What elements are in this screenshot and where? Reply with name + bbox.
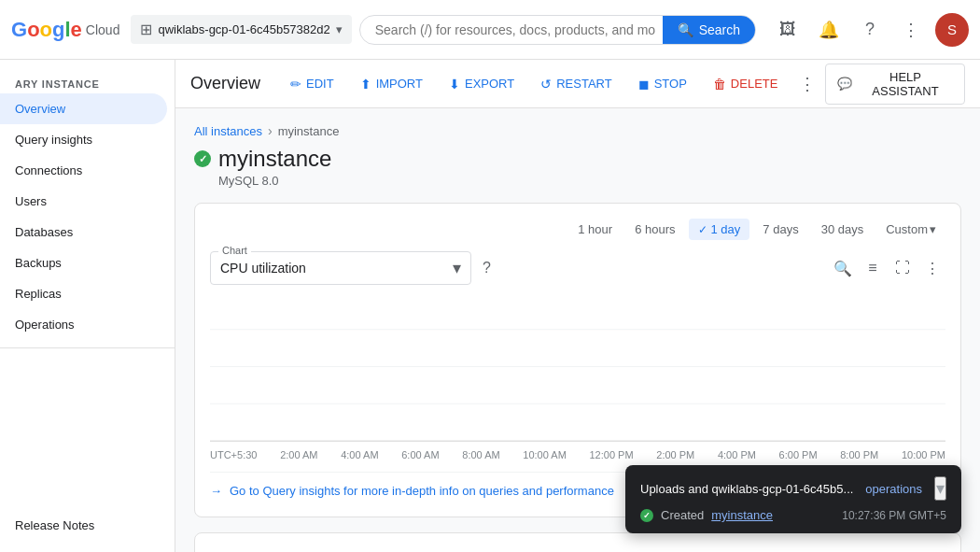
- sidebar-item-connections[interactable]: Connections: [0, 155, 167, 186]
- import-icon: ⬆: [360, 77, 371, 92]
- help-button[interactable]: ?: [853, 13, 887, 47]
- project-name: qwiklabs-gcp-01-6c45b57382d2: [158, 22, 329, 36]
- more-actions-button[interactable]: ⋮: [792, 69, 821, 99]
- help-assistant-button[interactable]: 💬 HELP ASSISTANT: [825, 64, 965, 105]
- time-1hour-button[interactable]: 1 hour: [568, 219, 622, 240]
- notification-banner: Uploads and qwiklabs-gcp-01-6c45b5... op…: [625, 465, 961, 533]
- x-label-0: UTC+5:30: [210, 449, 257, 460]
- sidebar-item-operations[interactable]: Operations: [0, 309, 167, 340]
- chart-compare-button[interactable]: ≡: [860, 255, 886, 281]
- time-custom-button[interactable]: Custom ▾: [876, 219, 945, 240]
- sidebar-item-overview[interactable]: Overview: [0, 93, 167, 124]
- search-input[interactable]: [375, 22, 655, 37]
- time-6hours-button[interactable]: 6 hours: [625, 219, 684, 240]
- export-button[interactable]: ⬇ EXPORT: [438, 71, 525, 97]
- restart-icon: ↺: [540, 77, 552, 92]
- sidebar-item-label: Query insights: [15, 133, 92, 147]
- chart-select-value: CPU utilization: [220, 261, 445, 276]
- sidebar-item-replicas[interactable]: Replicas: [0, 278, 167, 309]
- sidebar-item-databases[interactable]: Databases: [0, 217, 167, 248]
- notification-collapse-button[interactable]: ▾: [934, 476, 946, 501]
- x-label-9: 6:00 PM: [779, 449, 818, 460]
- notification-title: Uploads and qwiklabs-gcp-01-6c45b5...: [640, 482, 853, 496]
- x-label-8: 4:00 PM: [718, 449, 756, 460]
- x-label-7: 2:00 PM: [656, 449, 694, 460]
- edit-button[interactable]: ✏ EDIT: [279, 71, 345, 97]
- x-label-1: 2:00 AM: [280, 449, 317, 460]
- topbar-icons: 🖼 🔔 ? ⋮ S: [771, 13, 969, 47]
- bottom-cards: ⇄ Connect to this instance: [194, 532, 961, 552]
- sidebar-item-release-notes[interactable]: Release Notes: [0, 510, 167, 541]
- sidebar: ARY INSTANCE Overview Query insights Con…: [0, 60, 175, 552]
- google-logo-text: Google: [11, 18, 82, 42]
- status-indicator: [194, 150, 211, 167]
- topbar: Google Cloud ⊞ qwiklabs-gcp-01-6c45b5738…: [0, 0, 980, 60]
- delete-button[interactable]: 🗑 DELETE: [702, 71, 790, 97]
- sidebar-item-label: Users: [15, 194, 47, 208]
- project-selector[interactable]: ⊞ qwiklabs-gcp-01-6c45b57382d2 ▾: [131, 15, 351, 44]
- image-icon-button[interactable]: 🖼: [771, 13, 805, 47]
- chart-type-selector[interactable]: Chart CPU utilization ▾: [210, 251, 471, 285]
- export-icon: ⬇: [449, 77, 460, 92]
- time-1day-button[interactable]: 1 day: [689, 219, 750, 240]
- chart-x-labels: UTC+5:30 2:00 AM 4:00 AM 6:00 AM 8:00 AM…: [210, 446, 945, 464]
- notification-time: 10:27:36 PM GMT+5: [842, 509, 946, 522]
- grid-icon: ⊞: [140, 21, 152, 38]
- sub-header: Overview ✏ EDIT ⬆ IMPORT ⬇ EXPORT ↺ REST…: [175, 60, 980, 108]
- chart-svg: [210, 292, 945, 441]
- notification-header: Uploads and qwiklabs-gcp-01-6c45b5... op…: [640, 476, 946, 501]
- time-range-selector: 1 hour 6 hours 1 day 7 days 30 days Cust…: [210, 219, 945, 240]
- x-label-2: 4:00 AM: [341, 449, 378, 460]
- notification-status-icon: [640, 509, 653, 522]
- search-button[interactable]: 🔍 Search: [663, 16, 755, 44]
- sidebar-item-users[interactable]: Users: [0, 186, 167, 217]
- x-label-4: 8:00 AM: [462, 449, 499, 460]
- stop-button[interactable]: ◼ STOP: [627, 71, 698, 97]
- instance-name: myinstance: [218, 146, 331, 172]
- sidebar-item-label: Release Notes: [15, 518, 94, 532]
- breadcrumb-current: myinstance: [278, 124, 340, 138]
- x-label-10: 8:00 PM: [840, 449, 878, 460]
- chevron-down-icon: ▾: [930, 222, 936, 236]
- x-label-11: 10:00 PM: [902, 449, 945, 460]
- chart-action-buttons: 🔍 ≡ ⛶ ⋮: [830, 255, 945, 281]
- sidebar-item-label: Operations: [15, 318, 75, 332]
- chart-help-icon[interactable]: ?: [483, 260, 491, 276]
- chart-controls-row: Chart CPU utilization ▾ ? 🔍 ≡ ⛶ ⋮: [210, 251, 945, 285]
- sidebar-divider: [0, 347, 175, 348]
- avatar[interactable]: S: [935, 13, 969, 47]
- chart-fullscreen-button[interactable]: ⛶: [889, 255, 916, 281]
- restart-button[interactable]: ↺ RESTART: [529, 71, 623, 97]
- x-label-3: 6:00 AM: [401, 449, 439, 460]
- breadcrumb-chevron-icon: ›: [268, 123, 273, 138]
- breadcrumb-all-instances[interactable]: All instances: [194, 124, 262, 138]
- notification-instance-link[interactable]: myinstance: [711, 508, 773, 522]
- cloud-label: Cloud: [86, 22, 120, 37]
- search-bar: 🔍 Search: [359, 15, 756, 45]
- chevron-down-icon: ▾: [336, 22, 343, 36]
- connect-icon: ⇄: [210, 548, 227, 552]
- sidebar-item-query-insights[interactable]: Query insights: [0, 124, 167, 155]
- import-button[interactable]: ⬆ IMPORT: [349, 71, 434, 97]
- chart-chevron-icon[interactable]: ▾: [453, 258, 461, 278]
- delete-icon: 🗑: [713, 77, 726, 92]
- sidebar-item-label: Connections: [15, 163, 82, 177]
- help-assistant-icon: 💬: [837, 77, 852, 91]
- chart-display-area: [210, 292, 945, 442]
- search-icon: 🔍: [678, 22, 693, 37]
- x-label-5: 10:00 AM: [523, 449, 566, 460]
- chart-more-button[interactable]: ⋮: [919, 255, 945, 281]
- sidebar-item-label: Backups: [15, 256, 62, 270]
- notifications-button[interactable]: 🔔: [812, 13, 846, 47]
- instance-db-version: MySQL 8.0: [218, 174, 961, 188]
- sidebar-item-backups[interactable]: Backups: [0, 248, 167, 278]
- connect-card[interactable]: ⇄ Connect to this instance: [194, 532, 961, 552]
- chart-zoom-button[interactable]: 🔍: [830, 255, 856, 281]
- sidebar-item-label: Overview: [15, 102, 65, 116]
- more-options-button[interactable]: ⋮: [894, 13, 928, 47]
- page-title: Overview: [190, 74, 260, 93]
- notification-ops-label: operations: [865, 482, 922, 496]
- sidebar-item-label: Databases: [15, 225, 73, 239]
- time-7days-button[interactable]: 7 days: [753, 219, 807, 240]
- time-30days-button[interactable]: 30 days: [812, 219, 874, 240]
